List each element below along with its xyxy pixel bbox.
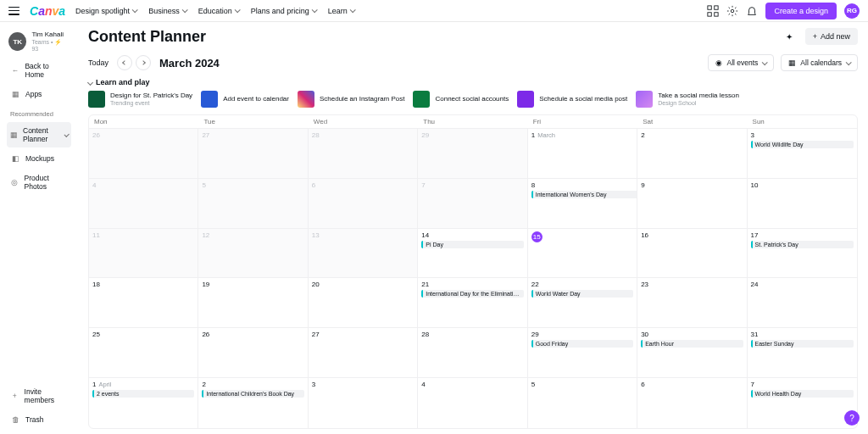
prev-month-button[interactable] [117, 55, 132, 70]
sidebar-trash[interactable]: 🗑Trash [7, 410, 71, 429]
learn-card[interactable]: Take a social media lessonDesign School [636, 91, 739, 108]
learn-card[interactable]: Schedule a social media post [517, 91, 627, 108]
calendar-day[interactable]: 23 [637, 278, 747, 327]
calendar-day[interactable]: 26 [198, 328, 308, 377]
learn-card[interactable]: Add event to calendar [201, 91, 289, 108]
calendar-day[interactable]: 6 [309, 179, 418, 228]
calendar-day[interactable]: 28 [309, 129, 418, 178]
calendar-day[interactable]: 7 [418, 179, 527, 228]
calendar-day[interactable]: 4 [89, 179, 198, 228]
gear-icon[interactable] [726, 5, 738, 17]
calendar-event[interactable]: International Children's Book Day [202, 390, 303, 398]
sidebar-back[interactable]: ←Back to Home [7, 58, 71, 83]
sidebar-product-photos[interactable]: ◎Product Photos [7, 170, 71, 195]
learn-card[interactable]: Schedule an Instagram Post [298, 91, 405, 108]
calendar-day[interactable]: 11 [89, 229, 198, 278]
calendar-day[interactable]: 7World Health Day [748, 378, 857, 428]
calendar-day[interactable]: 5 [528, 378, 637, 428]
calendar-day[interactable]: 15 [528, 229, 637, 278]
calendar-day[interactable]: 24 [748, 278, 857, 327]
camera-icon: ◎ [10, 177, 19, 187]
day-number: 6 [312, 181, 315, 189]
day-number: 6 [641, 381, 644, 388]
create-design-button[interactable]: Create a design [765, 3, 837, 19]
calendar-week: 2526272829Good Friday30Earth Hour31Easte… [89, 328, 857, 378]
filter-events[interactable]: ◉All events [708, 54, 774, 71]
calendar-day[interactable]: 27 [309, 328, 418, 377]
calendar-day[interactable]: 13 [309, 229, 418, 278]
today-button[interactable]: Today [88, 58, 108, 67]
calendar-day[interactable]: 22World Water Day [528, 278, 637, 327]
calendar-event[interactable]: Earth Hour [641, 340, 743, 348]
team-switcher[interactable]: TK Tim KahaliTeams • ⚡ 93 [7, 27, 71, 56]
calendar-day[interactable]: 29 [418, 129, 527, 178]
learn-card[interactable]: Design for St. Patrick's DayTrending eve… [88, 91, 192, 108]
calendar-day[interactable]: 1March [528, 129, 637, 178]
calendar-day[interactable]: 28 [418, 328, 527, 377]
sidebar-apps[interactable]: ▦Apps [7, 85, 71, 103]
nav-item[interactable]: Plans and pricing [251, 7, 316, 15]
bell-icon[interactable] [746, 5, 758, 17]
help-button[interactable]: ? [844, 410, 860, 426]
calendar-event[interactable]: Easter Sunday [751, 340, 854, 348]
calendar-day[interactable]: 21International Day for the Elimination … [418, 278, 527, 327]
nav-item[interactable]: Learn [328, 7, 354, 15]
calendar-day[interactable]: 26 [89, 129, 198, 178]
learn-toggle[interactable]: Learn and play [88, 78, 858, 86]
calendar-week: 11121314Pi Day151617St. Patrick's Day [89, 229, 857, 279]
chevron-down-icon [132, 7, 138, 13]
hamburger-icon[interactable] [8, 7, 19, 15]
calendar-event[interactable]: Pi Day [421, 241, 523, 248]
calendar-day[interactable]: 4 [418, 378, 527, 428]
calendar-day[interactable]: 5 [198, 179, 308, 228]
calendar: MonTueWedThuFriSatSun 262728291March23Wo… [88, 114, 858, 429]
grid-icon[interactable] [707, 5, 719, 17]
calendar-event[interactable]: St. Patrick's Day [751, 241, 854, 248]
calendar-event[interactable]: World Water Day [531, 290, 633, 298]
sparkle-icon[interactable]: ✦ [780, 27, 798, 46]
canva-logo[interactable]: Canva [30, 4, 65, 18]
calendar-event[interactable]: World Health Day [751, 390, 854, 398]
calendar-event[interactable]: 2 events [92, 390, 194, 398]
calendar-day[interactable]: 30Earth Hour [637, 328, 747, 377]
calendar-day[interactable]: 25 [89, 328, 198, 377]
calendar-event[interactable]: World Wildlife Day [751, 141, 854, 148]
calendar-day[interactable]: 2International Children's Book Day [198, 378, 308, 428]
calendar-day[interactable]: 9 [637, 179, 747, 228]
nav-item[interactable]: Education [198, 7, 239, 15]
calendar-icon: ▦ [10, 130, 18, 140]
calendar-day[interactable]: 18 [89, 278, 198, 327]
day-number: 29 [531, 331, 539, 338]
nav-item[interactable]: Design spotlight [75, 7, 136, 15]
sidebar-invite[interactable]: +Invite members [7, 383, 71, 409]
calendar-day[interactable]: 29Good Friday [528, 328, 637, 377]
calendar-day[interactable]: 14Pi Day [418, 229, 527, 278]
calendar-day[interactable]: 10 [748, 179, 857, 228]
calendar-day[interactable]: 12 [198, 229, 308, 278]
calendar-event[interactable]: Good Friday [531, 340, 633, 348]
day-number: 9 [641, 181, 644, 189]
calendar-day[interactable]: 16 [637, 229, 747, 278]
calendar-day[interactable]: 2 [637, 129, 747, 178]
sidebar-content-planner[interactable]: ▦Content Planner [7, 122, 71, 147]
add-new-button[interactable]: +Add new [805, 28, 858, 45]
calendar-day[interactable]: 3World Wildlife Day [748, 129, 857, 178]
calendar-day[interactable]: 3 [309, 378, 418, 428]
calendar-day[interactable]: 19 [198, 278, 308, 327]
filter-calendars[interactable]: ▦All calendars [781, 54, 858, 71]
day-number: 4 [421, 381, 425, 388]
calendar-day[interactable]: 31Easter Sunday [748, 328, 857, 377]
calendar-day[interactable]: 20 [309, 278, 418, 327]
learn-card[interactable]: Connect social accounts [413, 91, 509, 108]
nav-item[interactable]: Business [148, 7, 186, 15]
calendar-day[interactable]: 8International Women's Day [528, 179, 637, 228]
calendar-day[interactable]: 27 [198, 129, 308, 178]
calendar-day[interactable]: 1April2 events [89, 378, 198, 428]
calendar-day[interactable]: 17St. Patrick's Day [748, 229, 857, 278]
sidebar-mockups[interactable]: ◧Mockups [7, 149, 71, 168]
next-month-button[interactable] [136, 55, 151, 70]
calendar-event[interactable]: International Women's Day [531, 191, 637, 198]
calendar-event[interactable]: International Day for the Elimination of… [421, 290, 523, 298]
user-avatar[interactable]: RG [844, 3, 860, 19]
calendar-day[interactable]: 6 [637, 378, 747, 428]
